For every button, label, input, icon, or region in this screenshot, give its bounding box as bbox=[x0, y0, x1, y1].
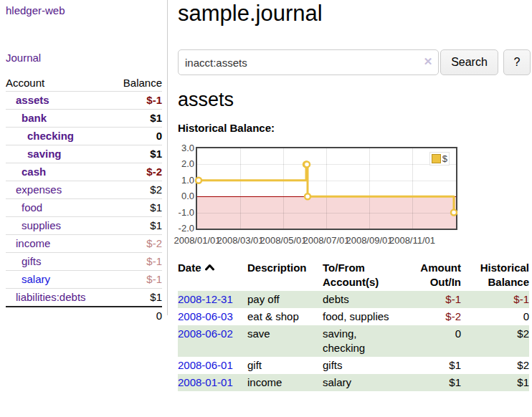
transaction-amount: $-1 bbox=[414, 291, 461, 308]
account-row: assets$-1 bbox=[6, 92, 162, 110]
account-balance: $1 bbox=[111, 217, 162, 235]
account-link[interactable]: gifts bbox=[22, 255, 42, 267]
account-link[interactable]: income bbox=[16, 237, 50, 249]
account-link[interactable]: salary bbox=[22, 273, 50, 285]
account-row: cash$-2 bbox=[6, 163, 162, 181]
transaction-date-link[interactable]: 2008-06-02 bbox=[178, 327, 233, 340]
chart-series-line bbox=[197, 148, 456, 229]
transaction-row: 2008-06-03eat & shopfood, supplies$-20 bbox=[178, 308, 529, 325]
account-balance: $1 bbox=[111, 110, 162, 128]
transaction-description: income bbox=[247, 374, 323, 391]
account-row: expenses$2 bbox=[6, 181, 162, 199]
tofrom-column-header: To/From Account(s) bbox=[323, 259, 414, 291]
sort-ascending-icon bbox=[204, 264, 215, 271]
account-link[interactable]: expenses bbox=[16, 183, 62, 196]
chart-plot-area[interactable]: $ bbox=[196, 147, 457, 230]
historical-balance-chart: $ 3.02.01.00.0-1.0-2.0 2008/01/012008/03… bbox=[178, 146, 532, 257]
accounts-table-header: Account Balance bbox=[6, 75, 162, 92]
account-row: liabilities:debts$1 bbox=[6, 289, 162, 307]
transaction-date-link[interactable]: 2008-12-31 bbox=[178, 293, 233, 305]
description-column-header: Description bbox=[247, 259, 323, 291]
sidebar: hledger-web Journal Account Balance asse… bbox=[0, 0, 167, 417]
balance-column-header: Historical Balance bbox=[461, 259, 529, 291]
y-axis-tick-label: -2.0 bbox=[178, 224, 194, 234]
account-balance: $1 bbox=[111, 145, 162, 163]
account-link[interactable]: liabilities:debts bbox=[16, 291, 86, 303]
transaction-description: pay off bbox=[247, 291, 323, 308]
account-column-header: Account bbox=[6, 75, 111, 92]
sidebar-item-journal[interactable]: Journal bbox=[6, 52, 41, 64]
balance-column-header: Balance bbox=[111, 75, 162, 92]
account-row: supplies$1 bbox=[6, 217, 162, 235]
account-balance: $-1 bbox=[111, 271, 162, 289]
transaction-row: 2008-06-02savesaving, checking0$2 bbox=[178, 325, 529, 357]
transaction-balance: $2 bbox=[461, 357, 529, 374]
account-link[interactable]: saving bbox=[27, 148, 62, 160]
transaction-balance: $2 bbox=[461, 325, 529, 357]
transaction-accounts: gifts bbox=[323, 358, 343, 373]
register-table: Date Description To/From Account(s) Amou… bbox=[178, 259, 529, 391]
y-axis-tick-label: 0.0 bbox=[178, 191, 194, 201]
account-balance: $-2 bbox=[111, 163, 162, 181]
search-button[interactable]: Search bbox=[440, 49, 498, 75]
main-content: sample.journal ✕ Search ? assets Histori… bbox=[178, 0, 532, 417]
transaction-row: 2008-12-31pay offdebts$-1$-1 bbox=[178, 291, 529, 308]
accounts-total-row: 0 bbox=[6, 307, 162, 325]
account-balance: $1 bbox=[111, 289, 162, 307]
data-point-marker bbox=[196, 178, 201, 183]
account-balance: $-1 bbox=[111, 92, 162, 110]
transaction-amount: $-2 bbox=[414, 308, 461, 325]
account-row: saving$1 bbox=[6, 145, 162, 163]
transaction-row: 2008-01-01incomesalary$1$1 bbox=[178, 374, 529, 391]
account-row: salary$-1 bbox=[6, 271, 162, 289]
account-link[interactable]: food bbox=[22, 201, 42, 214]
register-header-row: Date Description To/From Account(s) Amou… bbox=[178, 259, 529, 291]
account-row: gifts$-1 bbox=[6, 253, 162, 271]
transaction-accounts: debts bbox=[323, 292, 349, 307]
data-point-marker bbox=[451, 210, 457, 216]
accounts-total-balance: 0 bbox=[111, 307, 162, 325]
transaction-accounts: saving, checking bbox=[323, 327, 394, 355]
date-header-label: Date bbox=[178, 262, 201, 274]
series-legend-label: $ bbox=[442, 153, 447, 164]
account-balance: $-1 bbox=[111, 253, 162, 271]
date-column-header[interactable]: Date bbox=[178, 259, 247, 291]
transaction-date-link[interactable]: 2008-01-01 bbox=[178, 376, 233, 388]
account-row: bank$1 bbox=[6, 110, 162, 128]
transaction-balance: $-1 bbox=[461, 291, 529, 308]
transaction-balance: 0 bbox=[461, 308, 529, 325]
data-point-marker bbox=[304, 161, 310, 167]
transaction-amount: $1 bbox=[414, 374, 461, 391]
search-form: ✕ Search ? bbox=[178, 49, 532, 75]
accounts-table: Account Balance assets$-1bank$1checking0… bbox=[6, 75, 162, 325]
chart-legend: $ bbox=[429, 152, 450, 166]
y-axis-tick-label: 3.0 bbox=[178, 143, 194, 153]
app-brand-link[interactable]: hledger-web bbox=[6, 4, 65, 16]
y-axis-tick-label: -1.0 bbox=[178, 208, 194, 218]
transaction-date-link[interactable]: 2008-06-03 bbox=[178, 310, 233, 322]
account-link[interactable]: supplies bbox=[22, 219, 61, 231]
transaction-accounts: food, supplies bbox=[323, 310, 389, 324]
account-link[interactable]: checking bbox=[27, 130, 74, 142]
data-point-marker bbox=[305, 193, 310, 199]
clear-search-icon[interactable]: ✕ bbox=[422, 55, 434, 68]
account-row: income$-2 bbox=[6, 235, 162, 253]
page-title: sample.journal bbox=[178, 1, 323, 27]
account-link[interactable]: bank bbox=[22, 112, 47, 124]
search-input[interactable] bbox=[178, 49, 439, 75]
account-heading: assets bbox=[178, 88, 234, 111]
account-row: food$1 bbox=[6, 199, 162, 217]
y-axis-tick-label: 2.0 bbox=[178, 159, 194, 169]
account-link[interactable]: assets bbox=[16, 94, 49, 106]
transaction-accounts: salary bbox=[323, 375, 351, 390]
transaction-date-link[interactable]: 2008-06-01 bbox=[178, 359, 233, 371]
transaction-amount: $1 bbox=[414, 357, 461, 374]
account-row: checking0 bbox=[6, 128, 162, 145]
account-link[interactable]: cash bbox=[22, 166, 46, 178]
account-balance: $1 bbox=[111, 199, 162, 217]
y-axis-tick-label: 1.0 bbox=[178, 176, 194, 186]
help-button[interactable]: ? bbox=[503, 49, 531, 75]
transaction-description: gift bbox=[247, 357, 323, 374]
account-balance: $2 bbox=[111, 181, 162, 199]
transaction-balance: $1 bbox=[461, 374, 529, 391]
